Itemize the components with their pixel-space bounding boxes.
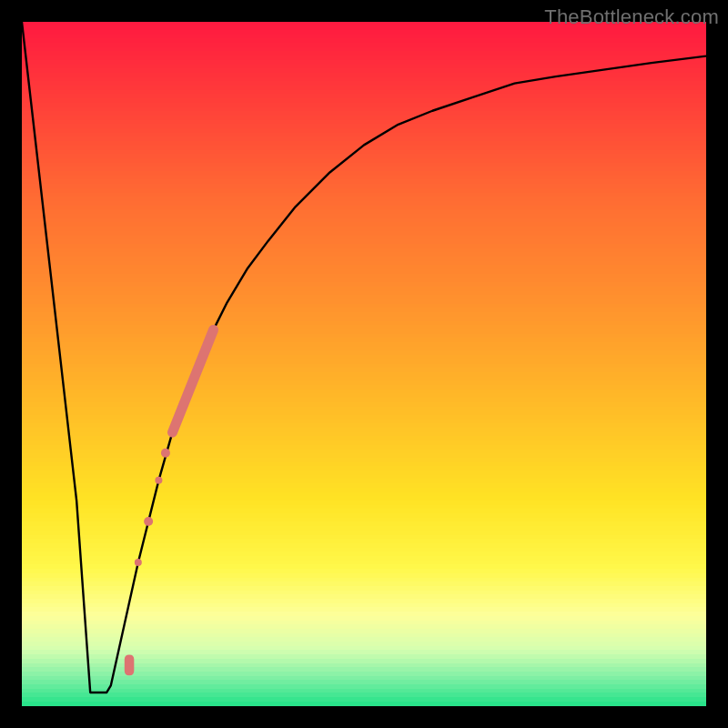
- bottleneck-curve: [22, 22, 706, 706]
- plot-area: [22, 22, 706, 706]
- watermark-text: TheBottleneck.com: [544, 5, 719, 29]
- chart-stage: TheBottleneck.com: [0, 0, 728, 728]
